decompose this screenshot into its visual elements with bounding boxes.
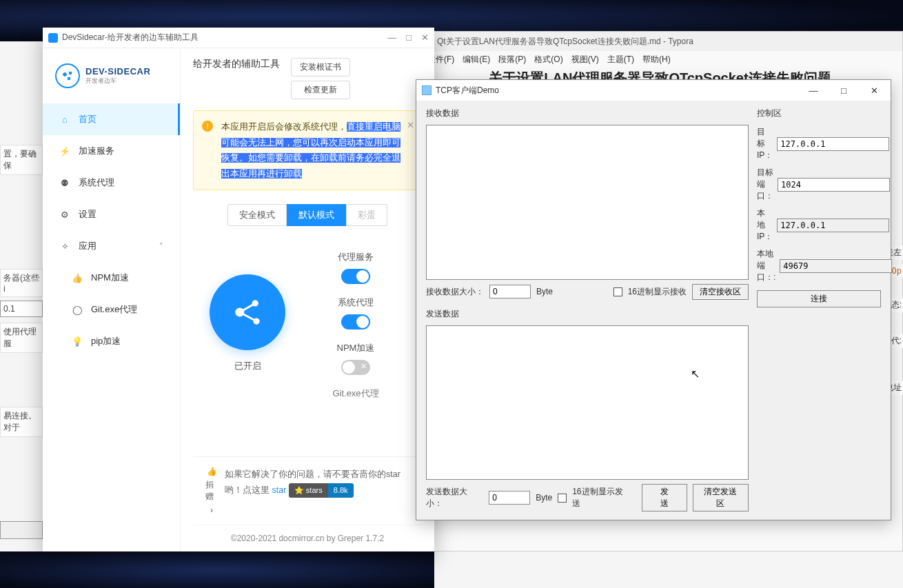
close-button[interactable]: ✕ <box>421 32 429 43</box>
local-ip-label: 本地IP： <box>757 207 773 243</box>
hex-recv-label: 16进制显示接收 <box>628 286 687 298</box>
sidecar-icon <box>228 293 267 332</box>
maximize-button[interactable]: □ <box>406 32 412 43</box>
svg-line-4 <box>240 312 256 321</box>
gear-icon: ⚙ <box>59 210 70 220</box>
check-update-button[interactable]: 检查更新 <box>291 81 350 99</box>
send-button[interactable]: 发送 <box>642 484 687 511</box>
bulb-icon: 💡 <box>72 336 83 347</box>
recv-textarea[interactable] <box>426 125 749 280</box>
nav-pip[interactable]: 💡pip加速 <box>43 325 180 357</box>
menu-edit[interactable]: 编辑(E) <box>460 54 493 65</box>
devsidecar-titlebar: DevSidecar-给开发者的边车辅助工具 — □ ✕ <box>43 28 434 48</box>
logo-icon <box>55 63 80 88</box>
target-ip-field[interactable] <box>777 137 889 151</box>
bg-text-4: 使用代理服 <box>0 323 43 353</box>
nav-accel[interactable]: ⚡加速服务 <box>43 135 180 167</box>
send-size-label: 发送数据大小： <box>426 486 483 509</box>
typora-menubar[interactable]: 文件(F) 编辑(E) 段落(P) 格式(O) 视图(V) 主题(T) 帮助(H… <box>418 51 902 68</box>
clear-recv-button[interactable]: 清空接收区 <box>692 284 749 300</box>
sidebar: DEV-SIDECAR 开发者边车 ⌂首页 ⚡加速服务 ⚉系统代理 ⚙设置 ✧应… <box>43 48 181 551</box>
copyright: ©2020-2021 docmirror.cn by Greper 1.7.2 <box>193 525 422 551</box>
tcp-maximize-button[interactable]: □ <box>829 81 859 100</box>
nav-settings[interactable]: ⚙设置 <box>43 199 180 230</box>
logo: DEV-SIDECAR 开发者边车 <box>43 55 180 103</box>
devsidecar-app-icon <box>48 33 58 43</box>
stars-badge[interactable]: ⭐ stars8.8k <box>289 483 354 498</box>
typora-titlebar: Qt关于设置LAN代理服务器导致QTcpSocket连接失败问题.md - Ty… <box>418 32 902 51</box>
toggle-sysproxy[interactable] <box>341 314 370 330</box>
main-status-circle[interactable] <box>210 274 285 350</box>
thumb-icon: 👍 <box>72 273 83 283</box>
devsidecar-window: DevSidecar-给开发者的边车辅助工具 — □ ✕ DEV-SIDECAR… <box>43 28 434 551</box>
svg-line-3 <box>240 303 255 312</box>
devsidecar-title-text: DevSidecar-给开发者的边车辅助工具 <box>62 32 199 43</box>
thumb-up-icon[interactable]: 👍 <box>207 467 217 476</box>
tab-safe[interactable]: 安全模式 <box>227 204 287 226</box>
nav-npm[interactable]: 👍NPM加速 <box>43 262 180 294</box>
local-port-field <box>780 259 892 273</box>
menu-paragraph[interactable]: 段落(P) <box>496 54 529 65</box>
home-icon: ⌂ <box>59 114 70 125</box>
bg-button-fragment <box>0 521 43 539</box>
minimize-button[interactable]: — <box>387 32 396 43</box>
hex-send-label: 16进制显示发送 <box>572 486 631 509</box>
toggle-npm[interactable]: ✕ <box>341 360 370 375</box>
warning-icon: ! <box>202 121 213 132</box>
nav-git[interactable]: ◯Git.exe代理 <box>43 294 180 325</box>
tcp-close-button[interactable]: ✕ <box>859 81 889 100</box>
recv-size-label: 接收数据大小： <box>426 286 484 298</box>
hex-recv-checkbox[interactable] <box>613 287 622 296</box>
nav-apps[interactable]: ✧应用˄ <box>43 230 180 262</box>
bg-text-3: 0.1 <box>0 301 43 317</box>
connect-button[interactable]: 连接 <box>757 290 881 307</box>
hex-send-checkbox[interactable] <box>558 494 567 503</box>
network-icon: ⚉ <box>59 178 70 188</box>
clear-send-button[interactable]: 清空发送区 <box>693 484 749 511</box>
svc-git-label: Git.exe代理 <box>332 387 378 400</box>
menu-theme[interactable]: 主题(T) <box>605 54 637 65</box>
bg-text-5: 易连接。对于 <box>0 407 43 437</box>
nav-proxy[interactable]: ⚉系统代理 <box>43 167 180 199</box>
tcp-app-icon <box>422 85 432 95</box>
apps-icon: ✧ <box>59 241 70 252</box>
tcp-minimize-button[interactable]: — <box>798 81 829 100</box>
tcp-titlebar: TCP客户端Demo — □ ✕ <box>416 80 891 101</box>
chevron-right-icon[interactable]: › <box>210 505 213 515</box>
send-size-field[interactable] <box>489 491 530 505</box>
byte-label-2: Byte <box>536 493 552 503</box>
bg-text-1: 置，要确保 <box>0 145 43 175</box>
local-ip-field <box>777 219 889 232</box>
menu-format[interactable]: 格式(O) <box>531 54 565 65</box>
recv-size-field[interactable] <box>489 285 531 298</box>
donate-label[interactable]: 捐赠 <box>205 479 218 503</box>
control-section-label: 控制区 <box>757 108 881 119</box>
github-icon: ◯ <box>72 305 83 315</box>
target-ip-label: 目标IP： <box>757 126 773 161</box>
star-link[interactable]: star <box>272 485 286 495</box>
page-title: 给开发者的辅助工具 <box>193 58 280 70</box>
nav-home[interactable]: ⌂首页 <box>43 103 180 135</box>
status-label: 已开启 <box>234 360 261 372</box>
tab-egg[interactable]: 彩蛋 <box>346 204 387 226</box>
install-cert-button[interactable]: 安装根证书 <box>291 58 350 77</box>
tab-default[interactable]: 默认模式 <box>287 204 346 226</box>
target-port-field[interactable] <box>778 178 890 192</box>
recv-section-label: 接收数据 <box>426 108 749 119</box>
send-textarea[interactable] <box>426 325 749 480</box>
toggle-proxy[interactable] <box>341 269 370 284</box>
logo-text: DEV-SIDECAR <box>85 66 150 77</box>
send-section-label: 发送数据 <box>426 308 749 320</box>
menu-view[interactable]: 视图(V) <box>569 54 602 65</box>
target-port-label: 目标端口： <box>757 167 773 202</box>
warning-alert: ! ✕ 本应用开启后会修改系统代理，直接重启电脑可能会无法上网，您可以再次启动本… <box>193 110 422 190</box>
tcp-client-window: TCP客户端Demo — □ ✕ 接收数据 接收数据大小： Byte 16进制显… <box>416 79 891 520</box>
alert-close-icon[interactable]: ✕ <box>407 118 414 134</box>
svc-proxy-label: 代理服务 <box>338 251 374 263</box>
svc-npm-label: NPM加速 <box>337 342 375 354</box>
alert-text-pre: 本应用开启后会修改系统代理， <box>221 122 347 132</box>
logo-subtitle: 开发者边车 <box>85 77 150 85</box>
chevron-up-icon: ˄ <box>159 242 163 251</box>
menu-help[interactable]: 帮助(H) <box>640 54 673 65</box>
byte-label: Byte <box>536 287 553 296</box>
